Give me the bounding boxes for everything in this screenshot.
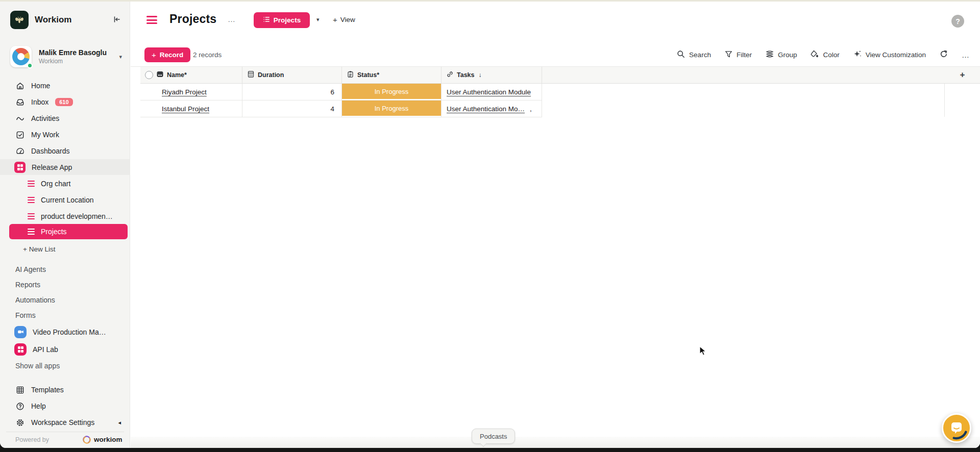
task-link[interactable]: User Authentication Module (447, 88, 531, 96)
chevron-left-icon[interactable]: ◂ (118, 419, 121, 426)
sidebar-list-org-chart[interactable]: Org chart (0, 175, 130, 192)
sidebar-item-ai-agents[interactable]: AI Agents (0, 261, 130, 278)
table-row-1-status-cell[interactable]: In Progress (342, 84, 442, 101)
app-grid-icon (14, 343, 27, 356)
task-link[interactable]: User Authentication Mo… (447, 105, 525, 113)
sidebar-item-inbox[interactable]: Inbox 610 (0, 94, 130, 110)
podcasts-tooltip: Podcasts (472, 429, 515, 444)
plus-icon: + (333, 15, 337, 24)
list-icon (28, 181, 35, 187)
workiom-brand-label[interactable]: workiom (94, 436, 122, 443)
workiom-brand-icon (82, 435, 92, 446)
chevron-down-icon[interactable]: ▾ (119, 54, 122, 60)
column-header-name[interactable]: Name* (140, 67, 242, 84)
table-row-2-name-cell[interactable]: Istanbul Project (140, 101, 242, 117)
sidebar-item-home[interactable]: Home (0, 78, 130, 94)
view-dropdown-icon[interactable]: ▾ (316, 16, 320, 23)
search-icon (677, 50, 685, 60)
group-button[interactable]: Group (766, 50, 797, 60)
column-header-duration[interactable]: Duration (242, 67, 342, 84)
window-bottom-edge (131, 437, 980, 448)
toolbar-more-button[interactable]: … (962, 51, 970, 59)
workspace-title: Workiom (35, 15, 71, 25)
column-header-empty (542, 67, 945, 84)
filter-icon (725, 51, 732, 60)
sidebar-item-dashboards[interactable]: Dashboards (0, 143, 130, 159)
show-all-apps-button[interactable]: Show all apps (0, 358, 130, 374)
sidebar-item-activities[interactable]: Activities (0, 110, 130, 127)
refresh-button[interactable] (940, 50, 948, 60)
add-record-button[interactable]: + Record (144, 47, 190, 62)
color-label: Color (823, 51, 839, 59)
help-button[interactable]: ? (951, 15, 964, 28)
group-layers-icon (766, 50, 774, 60)
new-list-button[interactable]: + New List (0, 241, 130, 257)
table-row-1-duration-cell[interactable]: 6 (242, 84, 342, 101)
user-menu[interactable]: Malik Emre Basoglu Workiom ▾ (0, 43, 130, 70)
sidebar-collapse-icon[interactable] (113, 15, 121, 25)
sidebar-item-label: Inbox (31, 98, 48, 106)
filter-button[interactable]: Filter (725, 51, 752, 60)
add-view-label: View (340, 16, 355, 23)
show-all-apps-label: Show all apps (15, 362, 60, 370)
link-icon (447, 71, 453, 79)
sidebar-list-product-development[interactable]: product developmen… (0, 208, 130, 224)
refresh-icon (940, 50, 948, 60)
view-customization-button[interactable]: View Customization (853, 50, 926, 60)
column-header-status[interactable]: Status* (342, 67, 442, 84)
table-row-2-status-cell[interactable]: In Progress (342, 101, 442, 117)
sidebar-item-help[interactable]: Help (0, 398, 130, 414)
powered-by-bar: Powered by workiom (0, 435, 130, 447)
sidebar-item-forms[interactable]: Forms (0, 307, 130, 323)
list-icon (28, 197, 35, 204)
record-name-link[interactable]: Istanbul Project (162, 105, 209, 113)
sidebar-list-current-location[interactable]: Current Location (0, 192, 130, 208)
sidebar-app-video-production[interactable]: Video Production Ma… (0, 323, 130, 340)
sidebar-item-automations[interactable]: Automations (0, 292, 130, 308)
list-menu-icon[interactable] (146, 16, 157, 24)
video-camera-icon (14, 326, 27, 338)
color-button[interactable]: Color (811, 50, 839, 60)
search-button[interactable]: Search (677, 50, 711, 60)
view-tab-projects[interactable]: Projects (254, 12, 310, 28)
sidebar-item-my-work[interactable]: My Work (0, 127, 130, 143)
duration-value: 6 (330, 88, 334, 96)
record-label: Record (160, 51, 184, 59)
sidebar-app-api-lab[interactable]: API Lab (0, 341, 130, 358)
sidebar-item-templates[interactable]: Templates (0, 382, 130, 398)
select-all-checkbox[interactable] (145, 71, 153, 79)
sidebar-app-release-app[interactable]: Release App (0, 159, 130, 175)
sidebar-item-reports[interactable]: Reports (0, 277, 130, 293)
menu-label: Reports (15, 281, 40, 289)
task-suffix: , (530, 105, 532, 113)
chat-launcher-button[interactable] (942, 413, 971, 443)
app-label: Release App (32, 163, 72, 171)
status-badge: In Progress (342, 101, 441, 116)
add-field-button[interactable]: + (945, 67, 980, 84)
table-row-2-tasks-cell[interactable]: User Authentication Mo… , (442, 101, 542, 117)
duration-value: 4 (330, 105, 334, 113)
table-row-1-name-cell[interactable]: 1 Riyadh Project (140, 84, 242, 101)
app-label: API Lab (33, 345, 58, 354)
add-view-button[interactable]: + View (333, 15, 355, 24)
sparkle-icon (853, 50, 862, 60)
filter-label: Filter (737, 51, 752, 59)
list-icon (28, 213, 35, 220)
sidebar-item-label: Help (31, 402, 46, 410)
sidebar-item-workspace-settings[interactable]: Workspace Settings ◂ (0, 414, 130, 431)
sidebar-item-label: Workspace Settings (31, 418, 94, 426)
title-more-button[interactable]: … (228, 15, 236, 23)
table-row-1-tasks-cell[interactable]: User Authentication Module (442, 84, 542, 101)
field-type-icon (157, 71, 163, 79)
sort-desc-icon: ↓ (479, 71, 482, 79)
menu-label: AI Agents (15, 265, 46, 273)
column-header-tasks[interactable]: Tasks ↓ (442, 67, 542, 84)
workspace-header[interactable]: Workiom (0, 9, 130, 31)
column-label: Status* (357, 71, 379, 79)
user-name: Malik Emre Basoglu (39, 48, 107, 58)
page-title: Projects (169, 12, 216, 26)
sidebar-list-projects-selected[interactable]: Projects (9, 224, 128, 239)
record-name-link[interactable]: Riyadh Project (162, 88, 207, 96)
clipboard-icon (347, 71, 354, 79)
table-row-2-duration-cell[interactable]: 4 (242, 101, 342, 117)
